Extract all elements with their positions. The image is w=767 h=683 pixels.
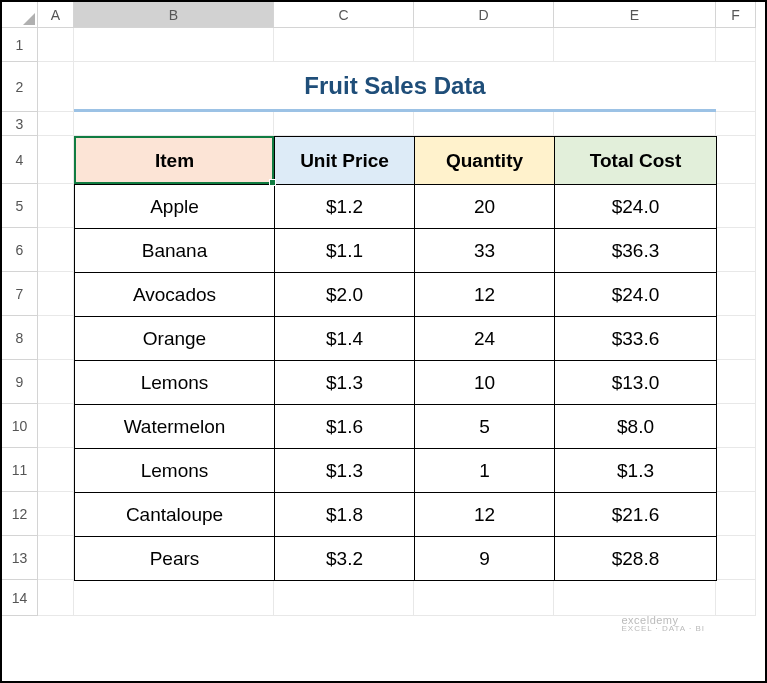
cell-item[interactable]: Avocados [75,273,275,317]
col-header-C[interactable]: C [274,2,414,28]
cell-unit_price[interactable]: $1.8 [275,493,415,537]
cell-A3[interactable] [38,112,74,136]
cell-B14[interactable] [74,580,274,616]
cell-A8[interactable] [38,316,74,360]
cell-quantity[interactable]: 20 [415,185,555,229]
cell-unit_price[interactable]: $1.4 [275,317,415,361]
cell-B1[interactable] [74,28,274,62]
cell-total_cost[interactable]: $1.3 [555,449,717,493]
cell-unit_price[interactable]: $1.3 [275,449,415,493]
cell-D14[interactable] [414,580,554,616]
cell-quantity[interactable]: 9 [415,537,555,581]
cell-total_cost[interactable]: $24.0 [555,185,717,229]
cell-quantity[interactable]: 10 [415,361,555,405]
cell-C3[interactable] [274,112,414,136]
cell-quantity[interactable]: 12 [415,273,555,317]
cell-F2[interactable] [716,62,756,112]
cell-A10[interactable] [38,404,74,448]
row-header-4[interactable]: 4 [2,136,38,184]
cell-A6[interactable] [38,228,74,272]
select-all-corner[interactable] [2,2,38,28]
col-header-B[interactable]: B [74,2,274,28]
cell-unit_price[interactable]: $1.2 [275,185,415,229]
row-header-10[interactable]: 10 [2,404,38,448]
cell-item[interactable]: Apple [75,185,275,229]
cell-total_cost[interactable]: $13.0 [555,361,717,405]
cell-total_cost[interactable]: $36.3 [555,229,717,273]
col-header-E[interactable]: E [554,2,716,28]
row-header-12[interactable]: 12 [2,492,38,536]
col-header-F[interactable]: F [716,2,756,28]
cell-A14[interactable] [38,580,74,616]
cell-D3[interactable] [414,112,554,136]
row-header-2[interactable]: 2 [2,62,38,112]
cell-F10[interactable] [716,404,756,448]
cell-unit_price[interactable]: $3.2 [275,537,415,581]
row-header-1[interactable]: 1 [2,28,38,62]
cell-A13[interactable] [38,536,74,580]
cell-F1[interactable] [716,28,756,62]
cell-item[interactable]: Banana [75,229,275,273]
cell-D1[interactable] [414,28,554,62]
cell-unit_price[interactable]: $1.1 [275,229,415,273]
row-header-5[interactable]: 5 [2,184,38,228]
cell-B3[interactable] [74,112,274,136]
header-item[interactable]: Item [75,137,275,185]
cell-F14[interactable] [716,580,756,616]
row-header-11[interactable]: 11 [2,448,38,492]
cell-E3[interactable] [554,112,716,136]
row-header-14[interactable]: 14 [2,580,38,616]
cell-item[interactable]: Lemons [75,361,275,405]
cell-unit_price[interactable]: $1.6 [275,405,415,449]
col-header-D[interactable]: D [414,2,554,28]
row-header-9[interactable]: 9 [2,360,38,404]
cell-quantity[interactable]: 5 [415,405,555,449]
cell-total_cost[interactable]: $33.6 [555,317,717,361]
cell-total_cost[interactable]: $8.0 [555,405,717,449]
cell-total_cost[interactable]: $28.8 [555,537,717,581]
cell-total_cost[interactable]: $21.6 [555,493,717,537]
cell-unit_price[interactable]: $2.0 [275,273,415,317]
cell-A12[interactable] [38,492,74,536]
cell-total_cost[interactable]: $24.0 [555,273,717,317]
cell-unit_price[interactable]: $1.3 [275,361,415,405]
cell-F11[interactable] [716,448,756,492]
cell-quantity[interactable]: 1 [415,449,555,493]
cell-F4[interactable] [716,136,756,184]
cell-F7[interactable] [716,272,756,316]
cell-A7[interactable] [38,272,74,316]
cell-E14[interactable] [554,580,716,616]
cell-F3[interactable] [716,112,756,136]
cell-F6[interactable] [716,228,756,272]
cell-quantity[interactable]: 12 [415,493,555,537]
row-header-13[interactable]: 13 [2,536,38,580]
cell-A11[interactable] [38,448,74,492]
header-unit-price[interactable]: Unit Price [275,137,415,185]
cell-A1[interactable] [38,28,74,62]
cell-A5[interactable] [38,184,74,228]
title-cell[interactable]: Fruit Sales Data [74,62,716,112]
header-total-cost[interactable]: Total Cost [555,137,717,185]
cell-A2[interactable] [38,62,74,112]
cell-A4[interactable] [38,136,74,184]
cell-C1[interactable] [274,28,414,62]
cell-A9[interactable] [38,360,74,404]
row-header-3[interactable]: 3 [2,112,38,136]
cell-item[interactable]: Pears [75,537,275,581]
cell-F9[interactable] [716,360,756,404]
cell-item[interactable]: Cantaloupe [75,493,275,537]
cell-item[interactable]: Orange [75,317,275,361]
cell-item[interactable]: Watermelon [75,405,275,449]
row-header-8[interactable]: 8 [2,316,38,360]
cell-E1[interactable] [554,28,716,62]
cell-F5[interactable] [716,184,756,228]
cell-quantity[interactable]: 33 [415,229,555,273]
cell-F12[interactable] [716,492,756,536]
cell-quantity[interactable]: 24 [415,317,555,361]
header-quantity[interactable]: Quantity [415,137,555,185]
cell-C14[interactable] [274,580,414,616]
cell-F8[interactable] [716,316,756,360]
row-header-6[interactable]: 6 [2,228,38,272]
cell-item[interactable]: Lemons [75,449,275,493]
row-header-7[interactable]: 7 [2,272,38,316]
